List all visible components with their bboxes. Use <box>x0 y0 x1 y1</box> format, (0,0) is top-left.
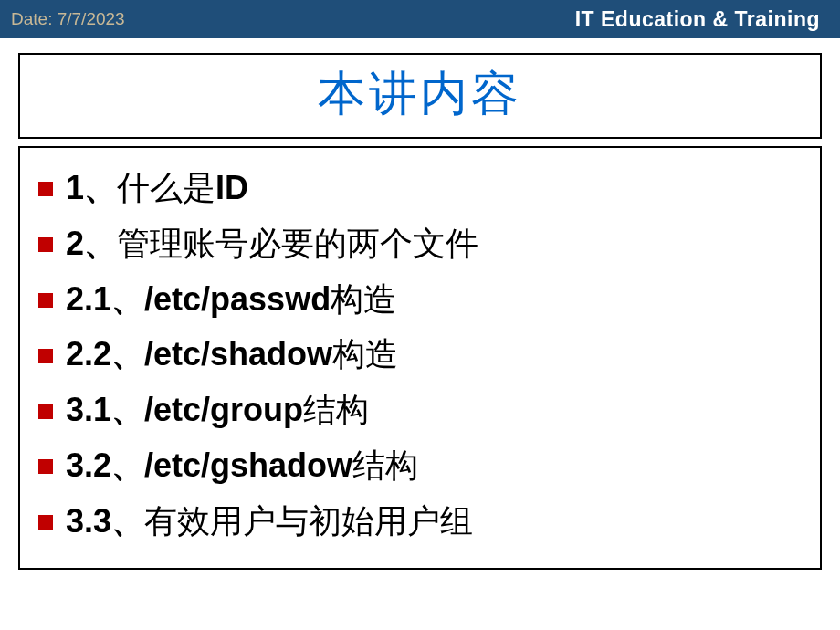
outline-item: 2、管理账号必要的两个文件 <box>38 218 802 270</box>
bullet-icon <box>38 182 53 196</box>
bullet-icon <box>38 404 53 419</box>
bullet-icon <box>38 349 53 363</box>
outline-item-text: 3.2、/etc/gshadow结构 <box>66 440 418 492</box>
item-number: 2.2 <box>66 335 111 373</box>
item-separator: 、 <box>84 225 117 262</box>
item-cn-suffix: 构造 <box>332 336 398 373</box>
item-latin: /etc/shadow <box>144 335 332 373</box>
item-separator: 、 <box>84 169 117 206</box>
content-box: 1、什么是ID2、管理账号必要的两个文件2.1、/etc/passwd构造2.2… <box>18 146 822 570</box>
item-number: 2.1 <box>66 280 111 318</box>
outline-item: 3.3、有效用户与初始用户组 <box>38 496 802 548</box>
item-cn-prefix: 管理账号必要的两个文件 <box>117 226 478 262</box>
item-separator: 、 <box>111 391 144 428</box>
outline-item-text: 3.3、有效用户与初始用户组 <box>66 496 473 548</box>
outline-item-text: 1、什么是ID <box>66 163 248 215</box>
item-latin: /etc/group <box>144 391 303 428</box>
slide-title: 本讲内容 <box>20 62 820 126</box>
item-number: 3.1 <box>66 391 111 428</box>
outline-item: 1、什么是ID <box>38 163 802 215</box>
outline-item-text: 3.1、/etc/group结构 <box>66 384 369 436</box>
outline-item: 3.2、/etc/gshadow结构 <box>38 440 802 492</box>
item-latin-2: ID <box>215 169 248 206</box>
bullet-icon <box>38 515 53 530</box>
header-brand: IT Education & Training <box>575 7 820 32</box>
outline-item-text: 2、管理账号必要的两个文件 <box>66 218 478 270</box>
outline-item-text: 2.2、/etc/shadow构造 <box>66 329 398 381</box>
outline-item: 2.2、/etc/shadow构造 <box>38 329 802 381</box>
item-number: 1 <box>66 169 84 206</box>
item-cn-suffix: 结构 <box>352 447 418 484</box>
title-box: 本讲内容 <box>18 53 822 139</box>
header-date: Date: 7/7/2023 <box>11 9 125 29</box>
item-separator: 、 <box>111 502 144 540</box>
header-bar: Date: 7/7/2023 IT Education & Training <box>0 0 840 38</box>
item-number: 3.2 <box>66 446 111 484</box>
item-cn-suffix: 结构 <box>303 392 369 428</box>
item-cn-suffix: 构造 <box>331 281 396 318</box>
item-number: 3.3 <box>66 502 111 540</box>
bullet-icon <box>38 237 53 252</box>
outline-item: 2.1、/etc/passwd构造 <box>38 274 802 326</box>
item-number: 2 <box>66 225 84 262</box>
outline-item: 3.1、/etc/group结构 <box>38 384 802 436</box>
item-cn-prefix: 有效用户与初始用户组 <box>144 503 473 540</box>
bullet-icon <box>38 293 53 308</box>
item-latin: /etc/gshadow <box>144 446 352 484</box>
item-separator: 、 <box>111 280 144 318</box>
item-separator: 、 <box>111 335 144 373</box>
item-separator: 、 <box>111 446 144 484</box>
item-latin: /etc/passwd <box>144 280 331 318</box>
bullet-icon <box>38 459 53 474</box>
outline-item-text: 2.1、/etc/passwd构造 <box>66 274 396 326</box>
item-cn-prefix: 什么是 <box>117 170 215 206</box>
